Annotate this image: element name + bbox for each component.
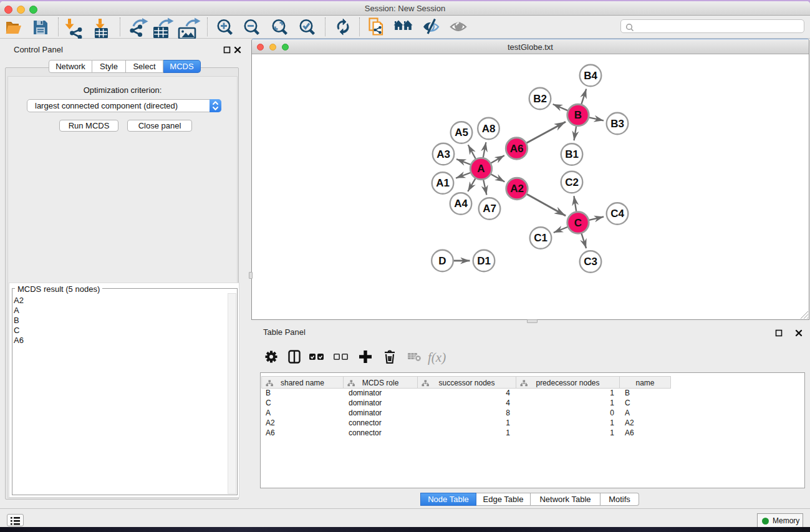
svg-text:A4: A4 (454, 198, 468, 210)
svg-text:A5: A5 (455, 127, 468, 138)
svg-text:A3: A3 (436, 148, 450, 160)
svg-text:C3: C3 (584, 256, 597, 268)
svg-text:A2: A2 (510, 183, 524, 195)
svg-text:B4: B4 (584, 70, 597, 82)
svg-text:A8: A8 (482, 123, 496, 135)
svg-text:B3: B3 (610, 118, 624, 130)
svg-text:D: D (438, 255, 446, 267)
svg-text:C4: C4 (610, 208, 624, 220)
svg-text:B1: B1 (565, 148, 579, 160)
svg-text:A7: A7 (483, 203, 496, 215)
svg-text:C2: C2 (565, 177, 579, 188)
svg-text:D1: D1 (477, 255, 491, 267)
svg-text:C1: C1 (534, 232, 547, 244)
svg-text:B: B (574, 109, 582, 121)
svg-text:A6: A6 (510, 143, 524, 155)
svg-text:f(x): f(x) (428, 350, 446, 365)
svg-text:B2: B2 (533, 93, 547, 105)
svg-text:C: C (574, 217, 582, 229)
svg-text:A: A (477, 163, 485, 175)
svg-text:A1: A1 (436, 177, 450, 189)
